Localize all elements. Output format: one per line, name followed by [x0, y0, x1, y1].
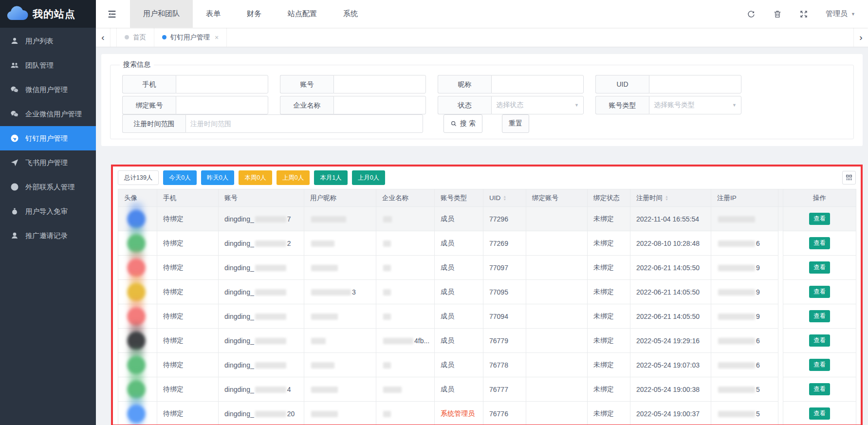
uid-cell: 76776 [483, 402, 526, 425]
stat-badge-2[interactable]: 今天0人 [163, 170, 196, 185]
field-input[interactable] [496, 80, 579, 88]
view-button[interactable]: 查看 [809, 310, 830, 322]
tab-close-icon[interactable]: × [215, 34, 219, 41]
top-nav-tab-4[interactable]: 站点配置 [275, 0, 330, 28]
field-select[interactable]: 选择账号类型▼ [649, 96, 741, 114]
stat-badge-5[interactable]: 上周0人 [277, 170, 310, 185]
trash-icon[interactable] [773, 10, 782, 18]
stat-badge-4[interactable]: 本周0人 [239, 170, 272, 185]
view-button[interactable]: 查看 [809, 407, 830, 420]
top-nav-tab-1[interactable]: 用户和团队 [130, 0, 193, 28]
col-header-注册IP: 注册IP [711, 189, 778, 207]
reg-ip-cell: 5 [711, 377, 778, 402]
field-input[interactable] [181, 80, 263, 88]
view-button[interactable]: 查看 [809, 383, 830, 395]
field-input[interactable] [338, 80, 421, 88]
sidebar-item-5[interactable]: 钉钉用户管理 [0, 126, 96, 150]
page-tabbar: ‹ 首页钉钉用户管理× › [96, 28, 868, 47]
col-header-注册时间[interactable]: 注册时间▲▼ [630, 189, 711, 207]
feishu-icon [10, 158, 19, 167]
column-display-icon[interactable] [842, 171, 856, 185]
bind-status-cell: 未绑定 [588, 280, 630, 304]
bind-account-cell [526, 207, 588, 231]
col-header-操作: 操作 [783, 189, 856, 207]
page-tab-2[interactable]: 钉钉用户管理× [154, 28, 227, 47]
avatar [127, 380, 146, 399]
sidebar-item-6[interactable]: 飞书用户管理 [0, 150, 96, 175]
view-button[interactable]: 查看 [809, 334, 830, 347]
col-header-UID[interactable]: UID▲▼ [483, 189, 526, 207]
chevron-down-icon: ▼ [732, 103, 737, 108]
top-nav-tab-2[interactable]: 表单 [193, 0, 234, 28]
page-tab-label: 钉钉用户管理 [170, 33, 210, 42]
bind-status-cell: 未绑定 [588, 353, 630, 377]
bind-status-cell: 未绑定 [588, 256, 630, 280]
account-cell: dingding_4 [219, 377, 304, 402]
field-label: 状态 [438, 96, 491, 114]
company-cell: 4fb... [376, 329, 435, 353]
top-nav-tab-3[interactable]: 财务 [234, 0, 275, 28]
action-cell: 查看 [783, 304, 856, 329]
reg-ip-cell: 6 [711, 231, 778, 256]
sort-icon[interactable]: ▲▼ [665, 195, 668, 201]
dingtalk-icon [10, 134, 19, 143]
chevron-down-icon: ▼ [851, 12, 855, 17]
uid-cell: 76779 [483, 329, 526, 353]
company-cell [376, 207, 435, 231]
view-button[interactable]: 查看 [809, 261, 830, 274]
view-button[interactable]: 查看 [809, 359, 830, 371]
reg-ip-cell: 9 [711, 256, 778, 280]
field-select[interactable]: 选择状态▼ [491, 96, 584, 114]
reset-button[interactable]: 重置 [502, 114, 529, 133]
reg-time-cell: 2022-11-04 16:55:54 [630, 207, 711, 231]
company-cell [376, 304, 435, 329]
collapse-menu-icon[interactable] [96, 0, 130, 28]
stat-badge-6[interactable]: 本月1人 [314, 170, 347, 185]
wechat-icon [10, 85, 19, 94]
search-button[interactable]: 搜 索 [443, 114, 482, 133]
view-button[interactable]: 查看 [809, 237, 830, 249]
field-input[interactable] [654, 80, 737, 88]
admin-dropdown[interactable]: 管理员 ▼ [826, 9, 855, 18]
stat-badge-7[interactable]: 上月0人 [352, 170, 385, 185]
col-header-账号: 账号 [219, 189, 304, 207]
view-button[interactable]: 查看 [809, 213, 830, 225]
sort-icon[interactable]: ▲▼ [503, 195, 506, 201]
view-button[interactable]: 查看 [809, 286, 830, 298]
sidebar-item-9[interactable]: 推广邀请记录 [0, 223, 96, 248]
table-row-3: 待绑定dingding_成员77097未绑定2022-06-21 14:05:5… [118, 256, 856, 280]
account-type-cell: 成员 [435, 256, 483, 280]
avatar-cell [118, 402, 157, 425]
field-input[interactable] [338, 101, 421, 109]
account-type-cell: 成员 [435, 329, 483, 353]
register-time-range-input-wrap [185, 114, 423, 133]
page-tab-1[interactable]: 首页 [116, 28, 154, 47]
field-input[interactable] [181, 101, 263, 109]
sidebar-item-4[interactable]: 企业微信用户管理 [0, 102, 96, 126]
phone-cell: 待绑定 [157, 207, 219, 231]
sidebar-item-2[interactable]: 团队管理 [0, 53, 96, 77]
col-header-绑定状态: 绑定状态 [588, 189, 630, 207]
search-field-row-2: 绑定账号企业名称状态选择状态▼账号类型选择账号类型▼ [117, 96, 847, 114]
bind-account-cell [526, 256, 588, 280]
nickname-cell [304, 207, 376, 231]
account-type-cell: 成员 [435, 280, 483, 304]
sidebar-item-7[interactable]: 外部联系人管理 [0, 175, 96, 199]
tabs-scroll-left-icon[interactable]: ‹ [96, 28, 111, 47]
register-time-range-input[interactable] [190, 120, 418, 128]
tabs-scroll-right-icon[interactable]: › [853, 28, 868, 47]
col-header-绑定账号: 绑定账号 [526, 189, 588, 207]
chevron-down-icon: ▼ [574, 103, 579, 108]
stat-badge-3[interactable]: 昨天0人 [201, 170, 234, 185]
stat-badge-1[interactable]: 总计139人 [118, 170, 159, 185]
top-nav-tab-5[interactable]: 系统 [330, 0, 371, 28]
fullscreen-icon[interactable] [799, 10, 808, 18]
page-content: 搜索信息 手机账号昵称UID绑定账号企业名称状态选择状态▼账号类型选择账号类型▼… [96, 47, 868, 425]
avatar [127, 356, 146, 374]
refresh-icon[interactable] [747, 10, 756, 18]
sidebar-item-8[interactable]: 用户导入免审 [0, 199, 96, 223]
sidebar-item-label: 外部联系人管理 [25, 183, 75, 192]
sidebar-item-3[interactable]: 微信用户管理 [0, 77, 96, 102]
sidebar-item-1[interactable]: 用户列表 [0, 29, 96, 53]
action-cell: 查看 [783, 329, 856, 353]
